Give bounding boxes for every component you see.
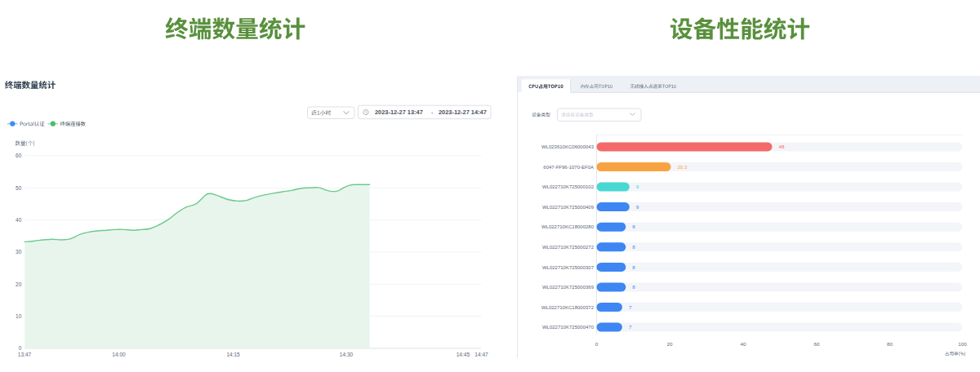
svg-text:0: 0 — [595, 341, 599, 347]
svg-text:WL022710K725000307: WL022710K725000307 — [542, 265, 595, 270]
svg-text:10: 10 — [16, 313, 22, 319]
svg-text:8: 8 — [632, 244, 635, 250]
svg-text:9: 9 — [636, 184, 639, 189]
svg-text:40: 40 — [741, 341, 746, 347]
svg-text:WL022710K725000102: WL022710K725000102 — [542, 184, 595, 189]
svg-text:WL022710K725000470: WL022710K725000470 — [542, 325, 595, 330]
svg-text:20.3: 20.3 — [677, 164, 688, 170]
svg-text:40: 40 — [16, 217, 22, 223]
svg-text:WL022710K725000409: WL022710K725000409 — [542, 205, 595, 210]
svg-text:8: 8 — [632, 224, 635, 229]
svg-text:80: 80 — [887, 341, 893, 347]
svg-text:60: 60 — [16, 153, 22, 158]
svg-text:WL022710KC18000372: WL022710KC18000372 — [541, 305, 595, 310]
svg-text:WL022710K725000369: WL022710K725000369 — [542, 285, 595, 290]
svg-text:0: 0 — [19, 345, 22, 351]
svg-text:WL022710KC18000280: WL022710KC18000280 — [541, 224, 595, 229]
svg-text:14:45: 14:45 — [457, 352, 470, 357]
svg-text:7: 7 — [629, 324, 632, 330]
svg-text:6047-FF96-1070-EF0A: 6047-FF96-1070-EF0A — [543, 165, 594, 170]
svg-text:WL022710K725000272: WL022710K725000272 — [542, 245, 595, 250]
svg-text:13:47: 13:47 — [18, 352, 32, 357]
svg-text:7: 7 — [629, 304, 632, 310]
svg-text:2023-12-27 14:47: 2023-12-27 14:47 — [439, 108, 487, 116]
svg-text:14:30: 14:30 — [340, 352, 354, 357]
svg-text:30: 30 — [16, 249, 22, 255]
svg-text:8: 8 — [632, 264, 635, 270]
svg-text:48: 48 — [779, 144, 785, 149]
svg-text:60: 60 — [814, 341, 820, 347]
svg-text:WL023610KC06000043: WL023610KC06000043 — [541, 144, 595, 149]
svg-text:50: 50 — [16, 185, 22, 191]
svg-text:14:00: 14:00 — [112, 352, 126, 357]
svg-text:9: 9 — [636, 204, 639, 210]
svg-text:14:15: 14:15 — [226, 352, 240, 357]
svg-text:8: 8 — [632, 284, 635, 290]
svg-text:2023-12-27 13:47: 2023-12-27 13:47 — [375, 108, 423, 116]
svg-text:20: 20 — [667, 341, 673, 347]
svg-text:14:47: 14:47 — [474, 352, 488, 357]
svg-text:20: 20 — [16, 281, 22, 287]
svg-text:100: 100 — [958, 341, 967, 347]
